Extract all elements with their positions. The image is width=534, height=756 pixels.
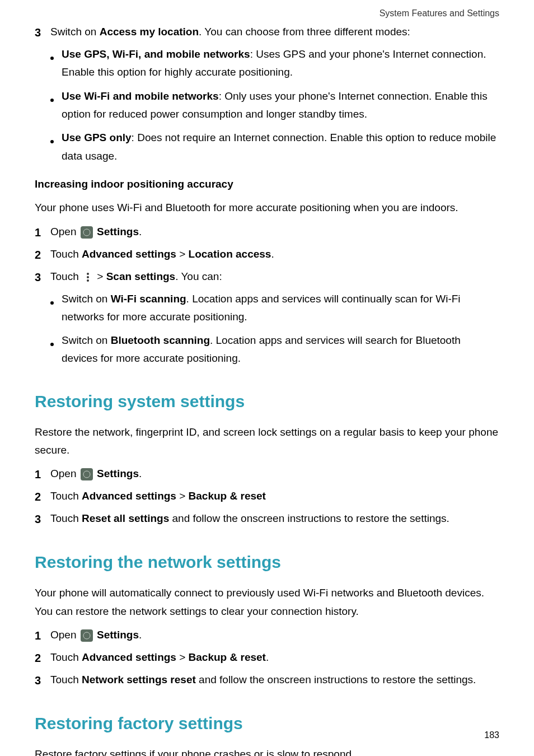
- bullet-icon: [50, 45, 62, 82]
- paragraph: Your phone will automatically connect to…: [35, 584, 499, 620]
- bullet-item: Switch on Bluetooth scanning. Location a…: [50, 332, 499, 368]
- step-item: 3 Switch on Access my location. You can …: [35, 23, 499, 42]
- text: >: [176, 248, 189, 260]
- section-heading: Restoring the network settings: [35, 548, 499, 576]
- step-text: Touch Advanced settings > Location acces…: [50, 245, 499, 264]
- bold-text: Location access: [189, 248, 271, 260]
- text: >: [176, 651, 189, 663]
- bullet-icon: [50, 129, 62, 165]
- step-text: Open Settings.: [50, 223, 499, 242]
- step-number: 3: [35, 671, 50, 690]
- text: Open: [50, 226, 79, 237]
- bullet-text: Use Wi-Fi and mobile networks: Only uses…: [62, 87, 499, 124]
- step-text: Touch Reset all settings and follow the …: [50, 510, 499, 529]
- bold-text: Network settings reset: [82, 674, 196, 685]
- text: and follow the onscreen instructions to …: [196, 674, 476, 685]
- paragraph: Restore factory settings if your phone c…: [35, 745, 499, 756]
- text: . You can:: [175, 270, 222, 282]
- bullet-text: Switch on Wi-Fi scanning. Location apps …: [62, 290, 499, 326]
- bold-text: Use GPS only: [62, 132, 132, 143]
- step-item: 1 Open Settings.: [35, 626, 499, 645]
- bullet-icon: [50, 332, 62, 368]
- step-item: 2 Touch Advanced settings > Backup & res…: [35, 487, 499, 506]
- step-item: 2 Touch Advanced settings > Location acc…: [35, 245, 499, 264]
- bullet-list: Use GPS, Wi-Fi, and mobile networks: Use…: [50, 45, 499, 165]
- step-item: 1 Open Settings.: [35, 223, 499, 242]
- step-number: 3: [35, 23, 50, 42]
- step-text: Touch Network settings reset and follow …: [50, 671, 499, 690]
- bold-text: Use GPS, Wi-Fi, and mobile networks: [62, 48, 250, 60]
- paragraph: Your phone uses Wi-Fi and Bluetooth for …: [35, 199, 499, 217]
- bold-text: Settings: [97, 226, 139, 237]
- bullet-item: Use Wi-Fi and mobile networks: Only uses…: [50, 87, 499, 124]
- text: Open: [50, 629, 79, 641]
- step-item: 3 Touch > Scan settings. You can:: [35, 268, 499, 287]
- text: Touch: [50, 270, 82, 282]
- text: .: [139, 468, 142, 479]
- bold-text: Use Wi-Fi and mobile networks: [62, 90, 219, 102]
- bold-text: Settings: [97, 629, 139, 641]
- step-item: 3 Touch Network settings reset and follo…: [35, 671, 499, 690]
- step-number: 1: [35, 465, 50, 484]
- step-text: Touch Advanced settings > Backup & reset: [50, 487, 499, 506]
- step-item: 3 Touch Reset all settings and follow th…: [35, 510, 499, 529]
- bullet-list: Switch on Wi-Fi scanning. Location apps …: [50, 290, 499, 368]
- section-heading: Restoring factory settings: [35, 709, 499, 738]
- bullet-icon: [50, 87, 62, 124]
- bold-text: Backup & reset: [189, 651, 266, 663]
- settings-icon: [81, 468, 93, 480]
- bullet-text: Switch on Bluetooth scanning. Location a…: [62, 332, 499, 368]
- more-icon: [85, 272, 91, 283]
- step-number: 3: [35, 510, 50, 529]
- text: . You can choose from three different mo…: [199, 26, 410, 38]
- text: Touch: [50, 490, 82, 502]
- bold-text: Settings: [97, 468, 139, 479]
- step-number: 3: [35, 268, 50, 287]
- text: Touch: [50, 248, 82, 260]
- text: Touch: [50, 512, 82, 524]
- bullet-icon: [50, 290, 62, 326]
- bullet-item: Switch on Wi-Fi scanning. Location apps …: [50, 290, 499, 326]
- text: .: [266, 651, 269, 663]
- bold-text: Backup & reset: [189, 490, 266, 502]
- page-number: 183: [484, 727, 499, 743]
- bold-text: Advanced settings: [82, 248, 176, 260]
- text: and follow the onscreen instructions to …: [169, 512, 449, 524]
- bullet-text: Use GPS, Wi-Fi, and mobile networks: Use…: [62, 45, 499, 82]
- paragraph: Restore the network, fingerprint ID, and…: [35, 423, 499, 460]
- page-header: System Features and Settings: [35, 6, 499, 21]
- step-number: 1: [35, 626, 50, 645]
- settings-icon: [81, 226, 93, 239]
- bold-text: Access my location: [100, 26, 199, 38]
- step-text: Touch > Scan settings. You can:: [50, 268, 499, 287]
- bullet-text: Use GPS only: Does not require an Intern…: [62, 129, 499, 165]
- text: Touch: [50, 651, 82, 663]
- text: Switch on: [62, 293, 111, 305]
- bold-text: Wi-Fi scanning: [111, 293, 186, 305]
- bold-text: Reset all settings: [82, 512, 169, 524]
- step-number: 2: [35, 648, 50, 668]
- sub-heading: Increasing indoor positioning accuracy: [35, 175, 499, 193]
- step-text: Open Settings.: [50, 465, 499, 484]
- text: .: [271, 248, 274, 260]
- bold-text: Bluetooth scanning: [111, 334, 210, 346]
- step-number: 2: [35, 487, 50, 506]
- bullet-item: Use GPS, Wi-Fi, and mobile networks: Use…: [50, 45, 499, 82]
- step-item: 2 Touch Advanced settings > Backup & res…: [35, 648, 499, 668]
- bullet-item: Use GPS only: Does not require an Intern…: [50, 129, 499, 165]
- text: >: [176, 490, 189, 502]
- text: Open: [50, 468, 79, 479]
- step-number: 1: [35, 223, 50, 242]
- step-text: Touch Advanced settings > Backup & reset…: [50, 648, 499, 668]
- text: >: [94, 270, 106, 282]
- bold-text: Advanced settings: [82, 490, 176, 502]
- step-item: 1 Open Settings.: [35, 465, 499, 484]
- text: Switch on: [50, 26, 100, 38]
- step-text: Switch on Access my location. You can ch…: [50, 23, 499, 42]
- step-text: Open Settings.: [50, 626, 499, 645]
- bold-text: Advanced settings: [82, 651, 176, 663]
- settings-icon: [81, 629, 93, 642]
- bold-text: Scan settings: [106, 270, 176, 282]
- step-number: 2: [35, 245, 50, 264]
- text: .: [139, 226, 142, 237]
